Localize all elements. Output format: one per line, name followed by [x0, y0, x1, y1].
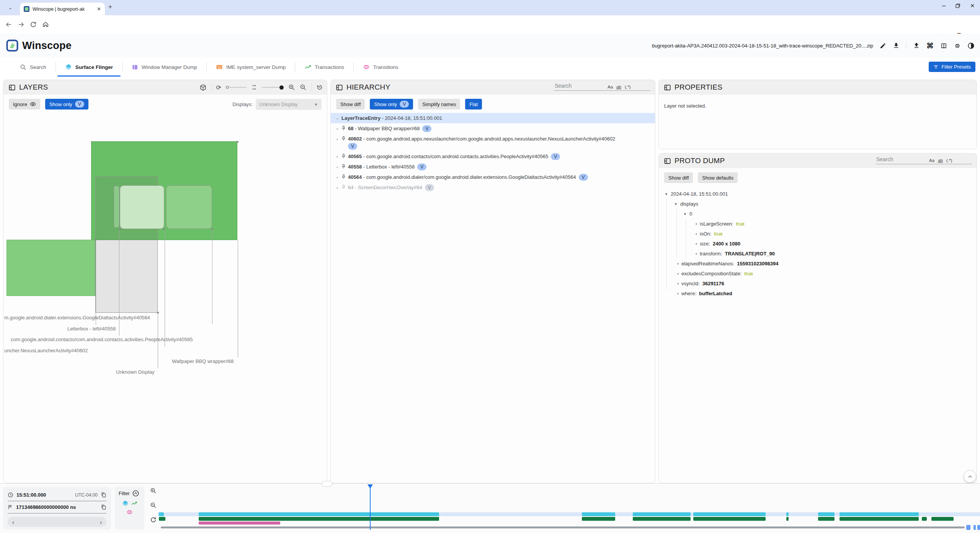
pin-icon[interactable]: [341, 174, 346, 179]
tree-node[interactable]: 64 - ScreenDecorHwcOverlay#64V: [331, 182, 655, 193]
proto-node[interactable]: ▼0: [659, 209, 977, 219]
restore-window-icon[interactable]: [956, 3, 960, 8]
copy-icon[interactable]: [101, 504, 106, 510]
new-tab-button[interactable]: +: [108, 3, 112, 11]
tab-search-button[interactable]: ⌄: [5, 3, 15, 12]
flat-button[interactable]: Flat: [465, 99, 482, 110]
proto-leaf[interactable]: isLargeScreen:true: [659, 219, 977, 229]
layer-rect[interactable]: [120, 185, 164, 229]
proto-node[interactable]: ▼2024-04-18, 15:51:00.001: [659, 189, 977, 199]
timeline-segment-transitions[interactable]: [199, 522, 280, 525]
timeline-cursor-head[interactable]: [368, 484, 373, 489]
collapse-arrow-icon[interactable]: ▼: [683, 209, 687, 219]
keyboard-shortcuts-icon[interactable]: ⌘: [926, 41, 934, 50]
collapse-arrow-icon[interactable]: ▼: [665, 189, 668, 199]
layer-rect[interactable]: [114, 186, 119, 228]
rotation-slider[interactable]: [226, 86, 247, 89]
show-diff-button[interactable]: Show diff: [336, 99, 365, 110]
surface-flinger-trace-icon[interactable]: [122, 500, 129, 507]
layer-rect[interactable]: [166, 185, 212, 229]
proto-leaf[interactable]: elapsedRealtimeNanos:155931023098394: [659, 259, 977, 269]
timeline-scrollbar[interactable]: [161, 526, 965, 528]
match-word-icon[interactable]: ab: [616, 85, 621, 89]
tab-transactions[interactable]: Transactions: [295, 57, 353, 77]
timeline-zoom-in-icon[interactable]: [150, 487, 157, 494]
timeline-reset-zoom-icon[interactable]: [150, 517, 157, 523]
timeline-segment-transactions[interactable]: [818, 517, 835, 521]
filter-presets-button[interactable]: Filter Presets: [929, 62, 975, 72]
transitions-trace-icon[interactable]: [126, 509, 133, 515]
back-icon[interactable]: [5, 21, 12, 28]
transactions-trace-icon[interactable]: [131, 500, 137, 507]
proto-leaf[interactable]: excludesCompositionState:true: [659, 269, 977, 279]
simplify-names-button[interactable]: Simplify names: [418, 99, 460, 110]
proto-leaf[interactable]: size:2400 x 1080: [659, 239, 977, 249]
separation-slider[interactable]: [262, 85, 284, 90]
timeline-segment-surface-flinger[interactable]: [840, 512, 919, 516]
pin-icon[interactable]: [341, 126, 346, 131]
tree-node-root[interactable]: LayerTraceEntry - 2024-04-18, 15:51:00.0…: [331, 113, 655, 123]
match-case-icon[interactable]: Aa: [929, 158, 934, 163]
home-icon[interactable]: [42, 21, 49, 28]
collapse-panel-icon[interactable]: [8, 84, 16, 91]
tab-window-manager-dump[interactable]: Window Manager Dump: [122, 57, 206, 77]
tab-search[interactable]: Search: [11, 57, 56, 77]
timeline-segment-transactions[interactable]: [786, 517, 789, 521]
zoom-in-icon[interactable]: [288, 84, 295, 91]
reload-icon[interactable]: [30, 21, 37, 28]
dark-mode-toggle-icon[interactable]: [967, 42, 975, 49]
collapse-arrow-icon[interactable]: ▼: [674, 199, 678, 209]
timeline-segment-surface-flinger[interactable]: [159, 512, 164, 516]
timeline-track-area[interactable]: [158, 484, 980, 533]
proto-leaf[interactable]: where:bufferLatched: [659, 289, 977, 299]
upload-icon[interactable]: [913, 42, 920, 49]
close-window-icon[interactable]: ✕: [970, 3, 975, 9]
proto-search-input[interactable]: [875, 156, 927, 163]
timeline-segment-surface-flinger[interactable]: [199, 512, 439, 516]
tree-node[interactable]: 40602 - com.google.android.apps.nexuslau…: [331, 134, 655, 151]
show-only-button[interactable]: Show only V: [370, 99, 413, 110]
timeline-cursor[interactable]: [370, 485, 371, 530]
tab-transitions[interactable]: Transitions: [354, 57, 408, 77]
pin-icon[interactable]: [341, 154, 346, 159]
tree-node[interactable]: 40564 - com.google.android.dialer/com.go…: [331, 172, 655, 182]
show-diff-button[interactable]: Show diff: [664, 172, 693, 183]
timeline-segment-transactions[interactable]: [199, 517, 439, 521]
tree-node[interactable]: 40558 - Letterbox - left#40558V: [331, 162, 655, 172]
tree-node[interactable]: 68 - Wallpaper BBQ wrapper#68V: [331, 123, 655, 134]
regex-icon[interactable]: (.*): [946, 158, 952, 163]
3d-view-cube-icon[interactable]: [199, 84, 207, 91]
pin-icon[interactable]: [341, 136, 346, 141]
zoom-out-icon[interactable]: [300, 84, 307, 91]
layers-canvas[interactable]: m.google.android.dialer.extensions.Googl…: [3, 112, 327, 483]
proto-node[interactable]: ▼displays: [659, 199, 977, 209]
browser-tab[interactable]: Winscope | bugreport-ak ✕: [20, 3, 105, 15]
timeline-segment-transactions[interactable]: [840, 517, 919, 521]
display-select[interactable]: Unknown Display ▼: [256, 99, 322, 110]
tree-node[interactable]: 40565 - com.google.android.contacts/com.…: [331, 151, 655, 162]
proto-leaf[interactable]: transform:TRANSLATE|ROT_90: [659, 249, 977, 259]
scroll-to-top-button[interactable]: [964, 470, 976, 483]
regex-icon[interactable]: (.*): [625, 85, 630, 89]
show-only-button[interactable]: Show only V: [45, 99, 88, 110]
copy-icon[interactable]: [101, 492, 106, 498]
collapse-panel-icon[interactable]: [664, 84, 671, 91]
match-case-icon[interactable]: Aa: [608, 85, 613, 89]
pin-icon[interactable]: [341, 185, 346, 190]
documentation-book-icon[interactable]: [940, 42, 947, 49]
timeline-segment-transactions[interactable]: [922, 517, 927, 521]
ignore-button[interactable]: Ignore: [9, 99, 40, 110]
timeline-segment-surface-flinger[interactable]: [633, 512, 691, 516]
timeline-segment-transactions[interactable]: [931, 517, 954, 521]
download-traces-icon[interactable]: [893, 42, 900, 49]
close-tab-icon[interactable]: ✕: [97, 6, 101, 12]
show-defaults-button[interactable]: Show defaults: [698, 172, 738, 183]
layer-rect[interactable]: [7, 240, 95, 296]
forward-icon[interactable]: [18, 21, 24, 28]
timeline-zoom-out-icon[interactable]: [150, 502, 157, 508]
timeline-segment-transactions[interactable]: [693, 517, 766, 521]
timeline-segment-surface-flinger[interactable]: [582, 512, 615, 516]
timeline-segment-surface-flinger[interactable]: [786, 512, 789, 516]
reset-view-history-icon[interactable]: [316, 84, 323, 91]
tab-surface-flinger[interactable]: Surface Flinger: [56, 57, 122, 77]
